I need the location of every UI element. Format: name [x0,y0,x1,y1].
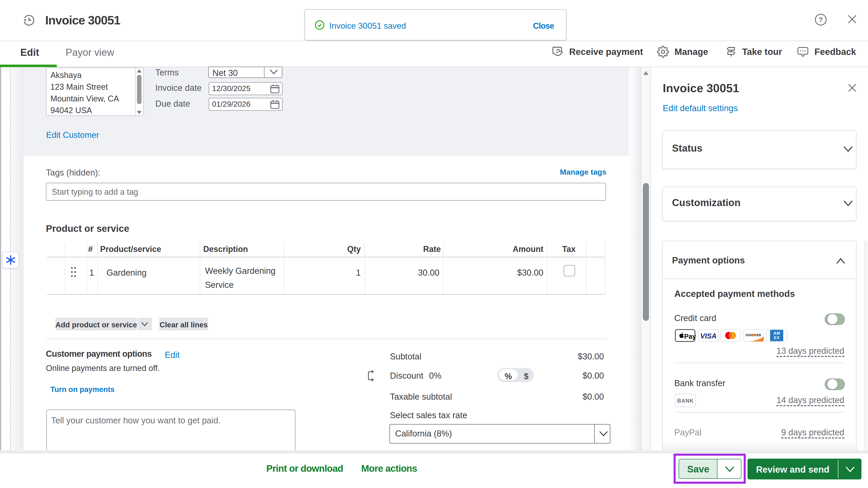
svg-text:?: ? [819,16,823,23]
